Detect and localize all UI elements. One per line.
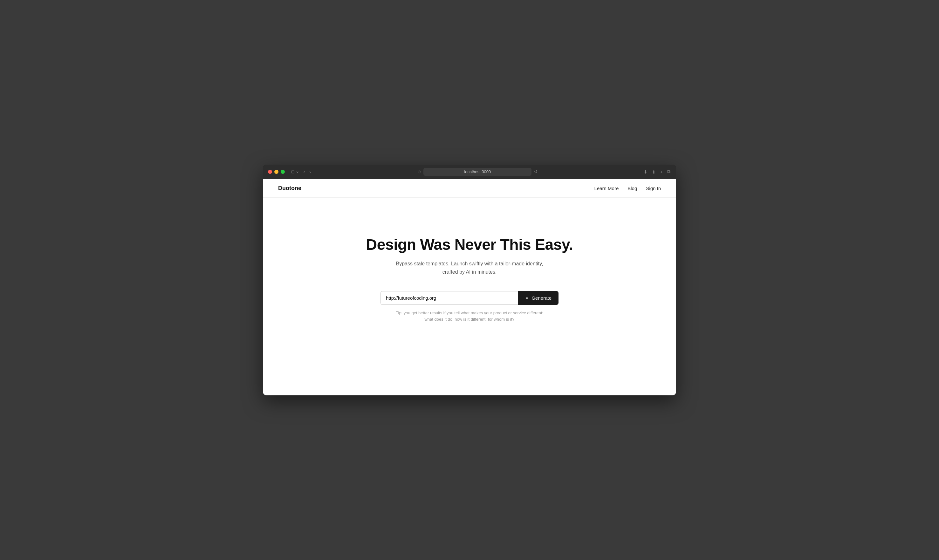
close-button[interactable] bbox=[268, 170, 272, 174]
new-tab-button[interactable]: + bbox=[660, 169, 663, 175]
sparkle-icon: ✦ bbox=[525, 295, 529, 301]
generate-label: Generate bbox=[531, 295, 551, 301]
generate-button[interactable]: ✦ Generate bbox=[518, 291, 559, 305]
forward-button[interactable]: › bbox=[308, 169, 312, 175]
website-content: Duotone Learn More Blog Sign In Design W… bbox=[263, 179, 676, 395]
back-button[interactable]: ‹ bbox=[302, 169, 306, 175]
shield-icon: ⊕ bbox=[417, 169, 421, 174]
minimize-button[interactable] bbox=[274, 170, 279, 174]
tip-line-1: Tip: you get better results if you tell … bbox=[396, 311, 543, 315]
hero-section: Design Was Never This Easy. Bypass stale… bbox=[263, 198, 676, 348]
browser-controls: ⊡ ∨ ‹ › bbox=[290, 169, 312, 175]
browser-chrome: ⊡ ∨ ‹ › ⊕ ↺ ⬇ ⬆ + ⧉ bbox=[263, 165, 676, 179]
hero-subtitle: Bypass stale templates. Launch swiftly w… bbox=[393, 260, 546, 276]
address-bar[interactable] bbox=[423, 168, 531, 176]
address-bar-area: ⊕ ↺ bbox=[316, 168, 639, 176]
traffic-lights bbox=[268, 170, 285, 174]
download-button[interactable]: ⬇ bbox=[643, 169, 648, 175]
maximize-button[interactable] bbox=[281, 170, 285, 174]
tip-line-2: what does it do, how is it different, fo… bbox=[424, 317, 514, 322]
reload-button[interactable]: ↺ bbox=[534, 169, 537, 174]
url-input[interactable] bbox=[380, 291, 518, 305]
browser-action-buttons: ⬇ ⬆ + ⧉ bbox=[643, 168, 671, 175]
tabs-button[interactable]: ⧉ bbox=[667, 168, 671, 175]
hero-title: Design Was Never This Easy. bbox=[366, 236, 573, 253]
sign-in-link[interactable]: Sign In bbox=[646, 186, 661, 191]
nav-links: Learn More Blog Sign In bbox=[594, 186, 661, 191]
browser-window: ⊡ ∨ ‹ › ⊕ ↺ ⬇ ⬆ + ⧉ Duotone Learn More B… bbox=[263, 165, 676, 395]
navigation: Duotone Learn More Blog Sign In bbox=[263, 179, 676, 198]
sidebar-toggle-button[interactable]: ⊡ ∨ bbox=[290, 169, 300, 175]
tip-text: Tip: you get better results if you tell … bbox=[396, 310, 543, 322]
share-button[interactable]: ⬆ bbox=[651, 169, 656, 175]
learn-more-link[interactable]: Learn More bbox=[594, 186, 619, 191]
input-area: ✦ Generate bbox=[380, 291, 559, 305]
blog-link[interactable]: Blog bbox=[628, 186, 637, 191]
site-logo: Duotone bbox=[278, 185, 301, 192]
